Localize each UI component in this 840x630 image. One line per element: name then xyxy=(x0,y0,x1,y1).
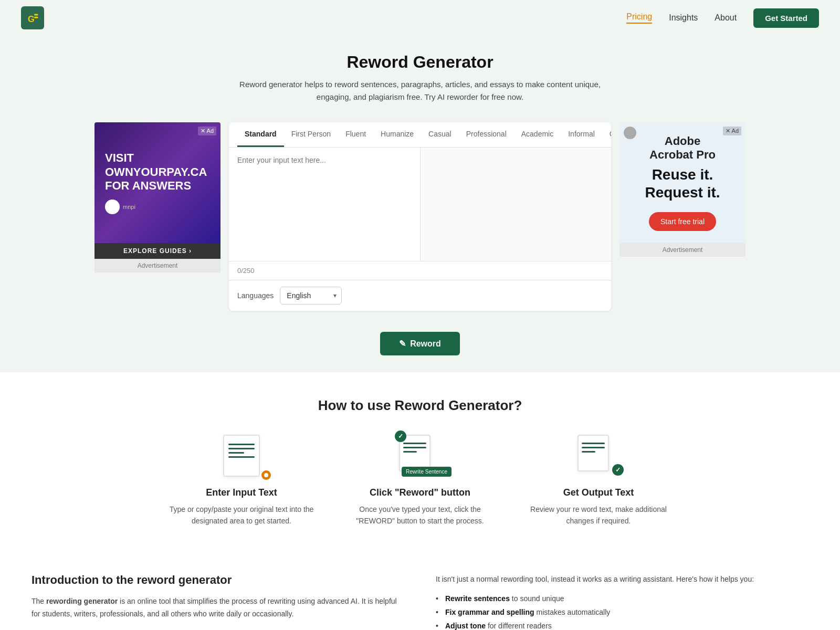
tab-fluent[interactable]: Fluent xyxy=(338,122,373,147)
doc-line-2 xyxy=(228,448,255,449)
ad-right: ✕ Ad AdobeAcrobat Pro Reuse it.Request i… xyxy=(620,122,746,257)
how-to-title: How to use Reword Generator? xyxy=(10,397,830,414)
output-pane xyxy=(421,148,612,261)
page-title: Reword Generator xyxy=(10,52,830,72)
ad-right-label: Advertisement xyxy=(620,243,746,257)
output-doc-line-2 xyxy=(582,447,605,448)
ad-left-text3: FOR ANSWERS xyxy=(105,179,191,193)
nav-insights[interactable]: Insights xyxy=(669,13,698,23)
svg-point-4 xyxy=(264,473,268,477)
hero-section: Reword Generator Reword generator helps … xyxy=(0,36,840,114)
step-2: ✓ Rewrite Sentence Click "Reword" button… xyxy=(346,435,494,527)
reword-badge: Rewrite Sentence xyxy=(402,467,452,477)
intro-right-intro: It isn't just a normal rewording tool, i… xyxy=(436,573,808,586)
ad-right-tagline: Reuse it.Request it. xyxy=(645,166,720,201)
ad-left: ✕ Ad VISIT OWNYOURPAY.CA FOR ANSWERS mnp… xyxy=(94,122,220,272)
how-to-section: How to use Reword Generator? Enter Input… xyxy=(0,372,840,552)
ad-right-close[interactable]: ✕ Ad xyxy=(723,127,741,135)
editor-area xyxy=(229,148,611,261)
nav-pricing[interactable]: Pricing xyxy=(626,12,652,24)
doc-line-1 xyxy=(228,444,255,445)
step-2-check: ✓ xyxy=(395,430,406,442)
tab-informal[interactable]: Informal xyxy=(561,122,602,147)
doc-line-3 xyxy=(228,452,244,454)
reword-doc-line-3 xyxy=(403,451,417,453)
doc-line-4 xyxy=(228,456,255,458)
reword-row: ✎ Reword xyxy=(0,323,840,372)
ad-left-logo xyxy=(105,200,120,214)
reword-button-label: Reword xyxy=(410,339,441,349)
intro-title: Introduction to the reword generator xyxy=(32,573,404,587)
tab-humanize[interactable]: Humanize xyxy=(373,122,421,147)
intro-para: The rewording generator is an online too… xyxy=(32,595,404,621)
tool-main: Standard First Person Fluent Humanize Ca… xyxy=(229,122,611,311)
tab-creative[interactable]: Creative xyxy=(602,122,611,147)
svg-rect-2 xyxy=(34,14,38,16)
ad-right-box: ✕ Ad AdobeAcrobat Pro Reuse it.Request i… xyxy=(620,122,746,257)
ad-left-text1: VISIT xyxy=(105,151,134,165)
intro-left: Introduction to the reword generator The… xyxy=(32,573,404,630)
step-3-doc xyxy=(578,435,609,471)
tab-casual[interactable]: Casual xyxy=(421,122,459,147)
site-logo[interactable]: G xyxy=(21,6,44,29)
ad-left-text2: OWNYOURPAY.CA xyxy=(105,165,207,179)
step-1-icon xyxy=(215,435,268,477)
ad-right-cta[interactable]: Start free trial xyxy=(649,212,716,231)
ad-left-close[interactable]: ✕ Ad xyxy=(198,127,216,135)
intro-right-list: Rewrite sentences to sound unique Fix gr… xyxy=(436,594,808,630)
reword-button[interactable]: ✎ Reword xyxy=(380,332,460,355)
navbar: G Pricing Insights About Get Started xyxy=(0,0,840,36)
svg-text:G: G xyxy=(28,14,35,24)
steps-container: Enter Input Text Type or copy/paste your… xyxy=(10,435,830,527)
tab-bar: Standard First Person Fluent Humanize Ca… xyxy=(229,122,611,148)
intro-bullet-2: Fix grammar and spelling mistakes automa… xyxy=(436,608,808,616)
step-1: Enter Input Text Type or copy/paste your… xyxy=(168,435,315,527)
tab-professional[interactable]: Professional xyxy=(459,122,514,147)
reword-icon: ✎ xyxy=(399,339,406,349)
cursor-icon xyxy=(261,470,271,480)
output-doc-line-3 xyxy=(582,451,595,453)
ad-left-box: ✕ Ad VISIT OWNYOURPAY.CA FOR ANSWERS mnp… xyxy=(94,122,220,272)
tab-standard[interactable]: Standard xyxy=(237,122,284,147)
step-3-title: Get Output Text xyxy=(525,487,672,498)
ad-left-explore[interactable]: EXPLORE GUIDES › xyxy=(94,243,220,259)
intro-bullet-1: Rewrite sentences to sound unique xyxy=(436,594,808,603)
reword-doc-line-2 xyxy=(403,447,426,448)
input-textarea[interactable] xyxy=(237,156,412,250)
lang-row: Languages English Spanish French German … xyxy=(229,280,611,311)
nav-links: Pricing Insights About Get Started xyxy=(626,8,819,28)
step-2-desc: Once you've typed your text, click the "… xyxy=(346,503,494,527)
nav-about[interactable]: About xyxy=(715,13,737,23)
step-1-title: Enter Input Text xyxy=(168,487,315,498)
step-2-doc-wrap: ✓ Rewrite Sentence xyxy=(399,435,441,471)
input-pane xyxy=(229,148,421,261)
tool-wrapper: ✕ Ad VISIT OWNYOURPAY.CA FOR ANSWERS mnp… xyxy=(84,114,756,323)
hero-description: Reword generator helps to reword sentenc… xyxy=(236,78,604,103)
ad-right-user-icon xyxy=(624,127,636,139)
step-3-desc: Review your re word text, make additiona… xyxy=(525,503,672,527)
step-1-doc xyxy=(223,435,260,477)
step-3: ✓ Get Output Text Review your re word te… xyxy=(525,435,672,527)
step-3-icon: ✓ xyxy=(572,435,625,477)
ad-left-logo-text: mnpi xyxy=(123,204,135,210)
intro-right: It isn't just a normal rewording tool, i… xyxy=(436,573,808,630)
step-2-icon: ✓ Rewrite Sentence xyxy=(394,435,446,477)
ad-left-label: Advertisement xyxy=(94,259,220,272)
word-count: 0/250 xyxy=(229,261,611,280)
step-3-check: ✓ xyxy=(612,464,624,476)
step-3-doc-wrap: ✓ xyxy=(578,435,620,471)
svg-rect-3 xyxy=(34,17,38,18)
intro-section: Introduction to the reword generator The… xyxy=(0,552,840,630)
reword-doc-line-1 xyxy=(403,443,426,444)
step-2-title: Click "Reword" button xyxy=(346,487,494,498)
lang-select[interactable]: English Spanish French German Italian Po… xyxy=(280,287,342,304)
ad-right-brand: AdobeAcrobat Pro xyxy=(649,134,716,162)
intro-bullet-3: Adjust tone for different readers xyxy=(436,622,808,630)
lang-label: Languages xyxy=(237,291,274,300)
tab-academic[interactable]: Academic xyxy=(514,122,561,147)
output-doc-line-1 xyxy=(582,443,605,444)
get-started-button[interactable]: Get Started xyxy=(753,8,819,28)
lang-select-wrap: English Spanish French German Italian Po… xyxy=(280,287,342,304)
step-1-desc: Type or copy/paste your original text in… xyxy=(168,503,315,527)
tab-first-person[interactable]: First Person xyxy=(284,122,338,147)
